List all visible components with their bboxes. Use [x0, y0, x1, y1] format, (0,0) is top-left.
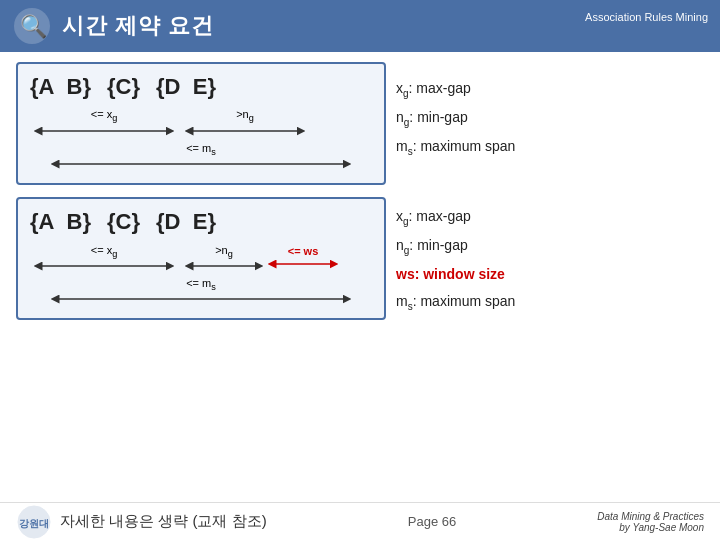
- sym-B: B}: [60, 74, 91, 100]
- sym2-C: {C}: [107, 209, 140, 235]
- university-logo: 강원대: [16, 504, 52, 540]
- annot2-ng: ng: min-gap: [396, 235, 686, 258]
- arrow-xg-svg-1: [34, 124, 174, 138]
- sym-A: {A: [30, 74, 54, 100]
- label-xg-1: <= xg: [91, 108, 118, 123]
- sym2-DE: {D E}: [156, 209, 216, 235]
- sym-DE: {D E}: [156, 74, 216, 100]
- annot-section-1: xg: max-gap ng: min-gap ms: maximum span: [396, 74, 686, 164]
- footer-note: 자세한 내용은 생략 (교재 참조): [60, 512, 267, 531]
- label-xg-2: <= xg: [91, 244, 118, 259]
- arrow-ms-svg-2: [51, 292, 351, 306]
- main-content: {A B} {C} {D E} <= xg: [0, 52, 720, 502]
- sym-C: {C}: [107, 74, 140, 100]
- header-icon: 🔍: [12, 6, 52, 46]
- annot2-ws: ws: window size: [396, 264, 686, 285]
- sym2-B: B}: [60, 209, 91, 235]
- annot2-xg: xg: max-gap: [396, 206, 686, 229]
- annot1-xg: xg: max-gap: [396, 78, 686, 101]
- label-ws-2: <= ws: [288, 245, 319, 257]
- arrow-xg-2: <= xg: [34, 244, 174, 273]
- footer-page: Page 66: [408, 514, 456, 529]
- header: 🔍 시간 제약 요건 Association Rules Mining: [0, 0, 720, 52]
- label-ng-1: >ng: [236, 108, 254, 123]
- arrow-ms-2: <= ms: [30, 277, 372, 306]
- svg-text:강원대: 강원대: [19, 518, 49, 529]
- svg-text:🔍: 🔍: [20, 13, 48, 40]
- arrow-ng-2: >ng: [185, 244, 263, 273]
- label-ms-1: <= ms: [186, 142, 216, 157]
- diagram-1-symbols: {A B} {C} {D E}: [30, 74, 372, 100]
- arrow-xg-1: <= xg: [34, 108, 174, 137]
- annot2-ms: ms: maximum span: [396, 291, 686, 314]
- arrow-ng-1: >ng: [185, 108, 305, 137]
- annot-section-2: xg: max-gap ng: min-gap ws: window size …: [396, 194, 686, 319]
- arrow-ms-svg-1: [51, 157, 351, 171]
- footer-credit: Data Mining & Practices by Yang-Sae Moon: [597, 511, 704, 533]
- footer: 강원대 자세한 내용은 생략 (교재 참조) Page 66 Data Mini…: [0, 502, 720, 540]
- diagrams-panel: {A B} {C} {D E} <= xg: [16, 62, 386, 492]
- credit-line1: Data Mining & Practices: [597, 511, 704, 522]
- annot1-ng: ng: min-gap: [396, 107, 686, 130]
- arrow-ms-1: <= ms: [30, 142, 372, 171]
- diagram-2-symbols: {A B} {C} {D E}: [30, 209, 372, 235]
- subtitle-text: Association Rules Mining: [585, 11, 708, 23]
- arrow-ng-svg-2: [185, 259, 263, 273]
- credit-line2: by Yang-Sae Moon: [597, 522, 704, 533]
- arrow-ws-svg-2: [268, 257, 338, 271]
- page-title: 시간 제약 요건: [62, 11, 214, 41]
- header-subtitle: Association Rules Mining: [585, 10, 708, 25]
- annotations-panel: xg: max-gap ng: min-gap ms: maximum span…: [396, 62, 686, 492]
- diagram-2: {A B} {C} {D E} <= xg: [16, 197, 386, 320]
- arrow-ws-2: <= ws: [268, 245, 338, 271]
- sym2-A: {A: [30, 209, 54, 235]
- arrow-xg-svg-2: [34, 259, 174, 273]
- diagram-1: {A B} {C} {D E} <= xg: [16, 62, 386, 185]
- footer-left: 강원대 자세한 내용은 생략 (교재 참조): [16, 504, 267, 540]
- arrow-ng-svg-1: [185, 124, 305, 138]
- label-ms-2: <= ms: [186, 277, 216, 292]
- annot1-ms: ms: maximum span: [396, 136, 686, 159]
- label-ng-2: >ng: [215, 244, 233, 259]
